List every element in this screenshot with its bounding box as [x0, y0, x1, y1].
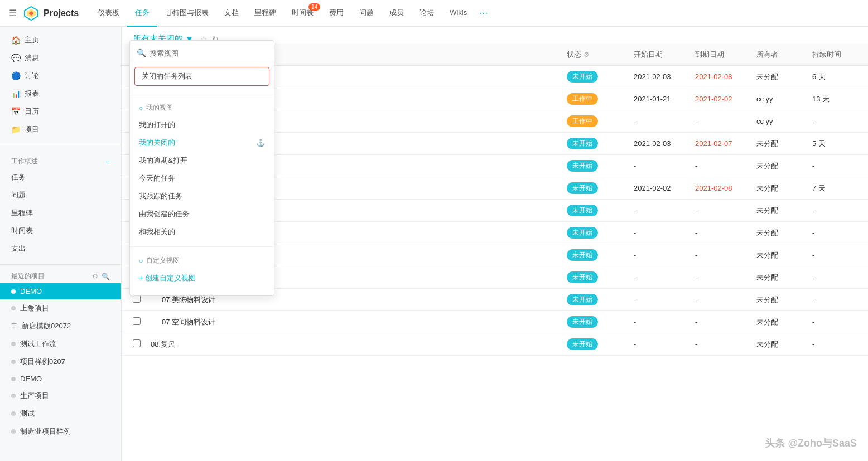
sidebar-item-milestones[interactable]: 里程碑: [0, 204, 121, 222]
my-views-icon: ○: [139, 104, 143, 112]
sidebar-item-reports[interactable]: 📊 报表: [0, 85, 121, 103]
project-item-newstore[interactable]: ☰ 新店模版02072: [0, 317, 121, 335]
today-tasks-label: 今天的任务: [139, 173, 175, 183]
nav-item-milestone[interactable]: 里程碑: [247, 0, 284, 27]
project-item-production[interactable]: 生产项目: [0, 387, 121, 405]
dropdown-item-today-tasks[interactable]: 今天的任务: [130, 169, 274, 187]
th-status: 状态 ⚙: [567, 50, 634, 60]
nav-item-expense[interactable]: 费用: [321, 0, 351, 27]
dropdown-item-created-tasks[interactable]: 由我创建的任务: [130, 205, 274, 223]
view-dropdown: 🔍 关闭的任务列表 ○ 我的视图 我的打开的 我的关闭的 ⚓ 我的逾期&打开 今…: [129, 40, 274, 296]
row-duration: -: [812, 273, 857, 282]
sidebar-item-discuss[interactable]: 🔵 讨论: [0, 67, 121, 85]
project-label: 测试工作流: [20, 339, 56, 349]
row-status: 未开始: [567, 294, 634, 305]
th-start: 开始日期: [634, 50, 695, 60]
row-start: -: [634, 295, 695, 304]
row-duration: -: [812, 251, 857, 259]
row-start: -: [634, 117, 695, 125]
sidebar-item-discuss-label: 讨论: [25, 71, 39, 81]
hamburger-icon[interactable]: ☰: [9, 8, 17, 18]
row-checkbox[interactable]: [133, 317, 151, 327]
nav-item-issues[interactable]: 问题: [351, 0, 382, 27]
row-owner: 未分配: [756, 295, 812, 305]
search-input[interactable]: [150, 49, 267, 57]
row-start: -: [634, 206, 695, 215]
dropdown-item-my-overdue[interactable]: 我的逾期&打开: [130, 152, 274, 169]
row-status: 未开始: [567, 249, 634, 261]
task-name-text: 08.复尺: [151, 339, 175, 350]
nav-item-wikis[interactable]: Wikis: [442, 0, 475, 27]
dropdown-item-followed-tasks[interactable]: 我跟踪的任务: [130, 187, 274, 205]
nav-item-dashboard[interactable]: 仪表板: [90, 0, 127, 27]
row-end: -: [695, 251, 756, 259]
nav-item-forum[interactable]: 论坛: [412, 0, 442, 27]
project-label: 生产项目: [20, 391, 49, 401]
project-label: 项目样例0207: [20, 357, 65, 367]
status-settings-icon[interactable]: ⚙: [584, 51, 590, 59]
row-duration: 6 天: [812, 72, 857, 82]
project-item-test-workflow[interactable]: 测试工作流: [0, 335, 121, 353]
row-name: 07.空间物料设计: [151, 317, 567, 327]
sidebar-item-expenses[interactable]: 支出: [0, 240, 121, 258]
search-icon[interactable]: 🔍: [102, 273, 110, 280]
dropdown-item-my-open[interactable]: 我的打开的: [130, 116, 274, 134]
row-end: -: [695, 117, 756, 125]
nav-more-icon[interactable]: ···: [475, 7, 492, 19]
nav-item-gantt[interactable]: 甘特图与报表: [157, 0, 216, 27]
project-item-manufacturing[interactable]: 制造业项目样例: [0, 423, 121, 440]
row-start: -: [634, 251, 695, 259]
dropdown-item-related-tasks[interactable]: 和我相关的: [130, 223, 274, 241]
sidebar-item-projects[interactable]: 📁 项目: [0, 120, 121, 138]
sidebar-expenses-label: 支出: [11, 244, 26, 254]
row-start: -: [634, 273, 695, 282]
dropdown-item-closed-tasks[interactable]: 关闭的任务列表: [134, 67, 269, 86]
create-custom-view-button[interactable]: + 创建自定义视图: [130, 269, 274, 288]
project-dot: [11, 342, 16, 346]
row-duration: -: [812, 206, 857, 215]
row-status: 未开始: [567, 160, 634, 172]
nav-item-docs[interactable]: 文档: [216, 0, 247, 27]
my-views-label: 我的视图: [146, 103, 173, 113]
sidebar-item-tasks[interactable]: 任务: [0, 168, 121, 186]
sidebar-item-calendar[interactable]: 📅 日历: [0, 103, 121, 120]
row-owner: 未分配: [756, 139, 812, 149]
row-checkbox[interactable]: [133, 339, 151, 349]
nav-item-members[interactable]: 成员: [382, 0, 412, 27]
project-label: 制造业项目样例: [20, 426, 71, 436]
row-start: -: [634, 162, 695, 170]
row-end: 2021-02-02: [695, 95, 756, 103]
row-end: 2021-02-07: [695, 139, 756, 148]
row-status: 未开始: [567, 182, 634, 194]
row-end: 2021-02-08: [695, 72, 756, 81]
project-item-demo2[interactable]: DEMO: [0, 371, 121, 387]
pin-icon[interactable]: ⚓: [256, 139, 265, 147]
nav-item-timeline[interactable]: 时间表 14: [284, 0, 321, 27]
status-badge: 未开始: [567, 249, 598, 261]
dropdown-item-my-closed[interactable]: 我的关闭的 ⚓: [130, 134, 274, 152]
table-row: 07.空间物料设计 未开始 - - 未分配 -: [122, 311, 868, 333]
project-item-shangju[interactable]: 上卷项目: [0, 299, 121, 317]
nav-item-tasks[interactable]: 任务: [127, 0, 157, 27]
project-item-demo-active[interactable]: DEMO: [0, 283, 121, 299]
sidebar-item-messages[interactable]: 💬 消息: [0, 49, 121, 67]
settings-icon[interactable]: ⚙: [92, 273, 98, 280]
closed-tasks-label: 关闭的任务列表: [142, 71, 192, 81]
project-item-test[interactable]: 测试: [0, 405, 121, 423]
reports-icon: 📊: [11, 89, 20, 98]
row-duration: -: [812, 229, 857, 237]
task-name-text: 07.美陈物料设计: [162, 295, 215, 305]
project-item-sample0207[interactable]: 项目样例0207: [0, 353, 121, 371]
recent-label: 最近的项目: [11, 271, 45, 281]
my-overdue-label: 我的逾期&打开: [139, 156, 187, 166]
sidebar-item-issues[interactable]: 问题: [0, 186, 121, 204]
row-name: 08.复尺: [151, 339, 567, 350]
row-owner: 未分配: [756, 228, 812, 238]
sidebar-item-timesheets[interactable]: 时间表: [0, 222, 121, 240]
row-status: 未开始: [567, 71, 634, 83]
row-status: 未开始: [567, 316, 634, 328]
row-status: 未开始: [567, 271, 634, 283]
sidebar-item-home[interactable]: 🏠 主页: [0, 31, 121, 49]
row-duration: -: [812, 162, 857, 170]
row-checkbox[interactable]: [133, 295, 151, 304]
